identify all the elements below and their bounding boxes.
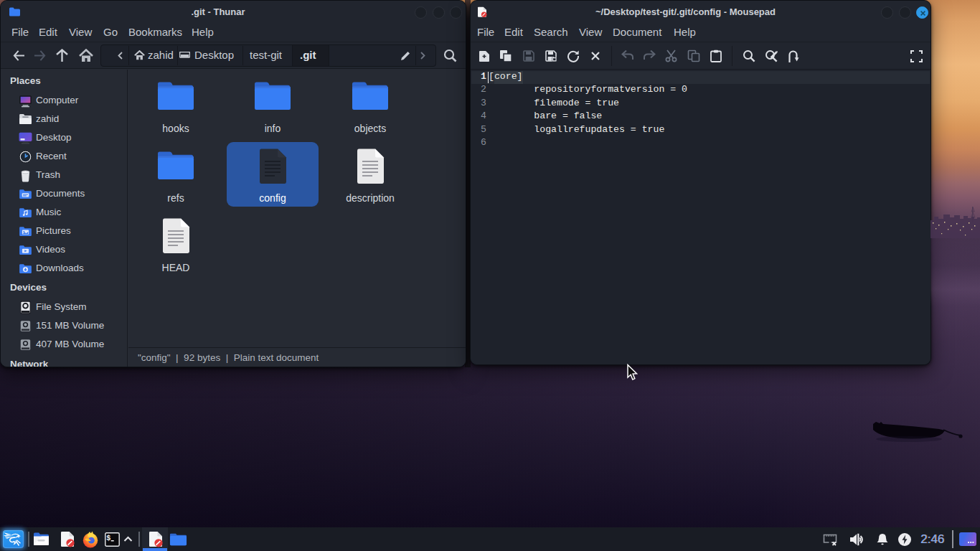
svg-text:$: $ bbox=[106, 534, 110, 542]
